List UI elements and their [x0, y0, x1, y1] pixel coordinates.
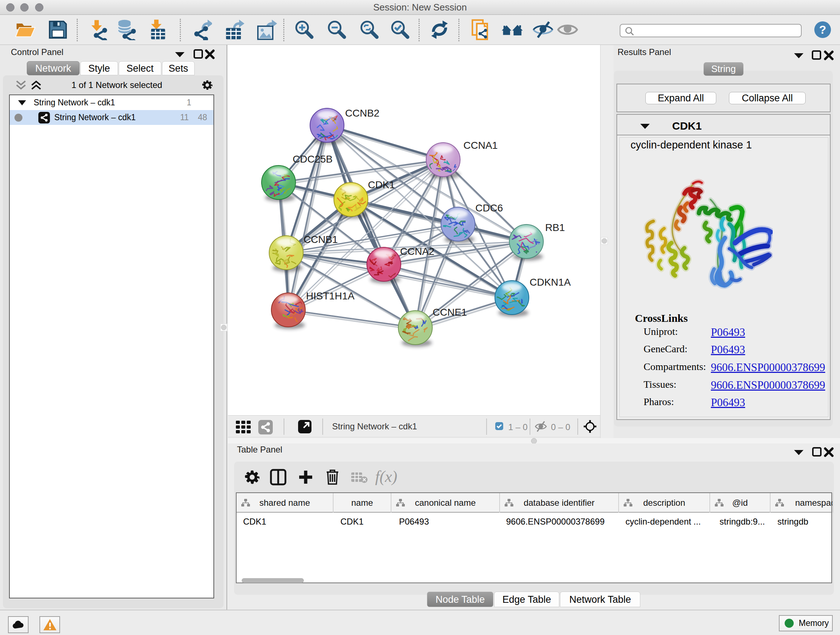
svg-text:CCNB1: CCNB1: [303, 234, 338, 245]
svg-text:RB1: RB1: [545, 222, 565, 233]
svg-text:CDC25B: CDC25B: [293, 154, 332, 165]
svg-text:CCNA1: CCNA1: [463, 140, 498, 151]
svg-text:HIST1H1A: HIST1H1A: [306, 290, 355, 302]
svg-text:CCNA2: CCNA2: [400, 246, 434, 257]
svg-text:CDC6: CDC6: [475, 203, 503, 214]
svg-text:CDK1: CDK1: [368, 179, 395, 190]
svg-text:CCNE1: CCNE1: [433, 307, 467, 318]
svg-text:CDKN1A: CDKN1A: [530, 277, 571, 288]
svg-text:?: ?: [819, 23, 826, 36]
svg-text:CCNB2: CCNB2: [345, 108, 379, 119]
